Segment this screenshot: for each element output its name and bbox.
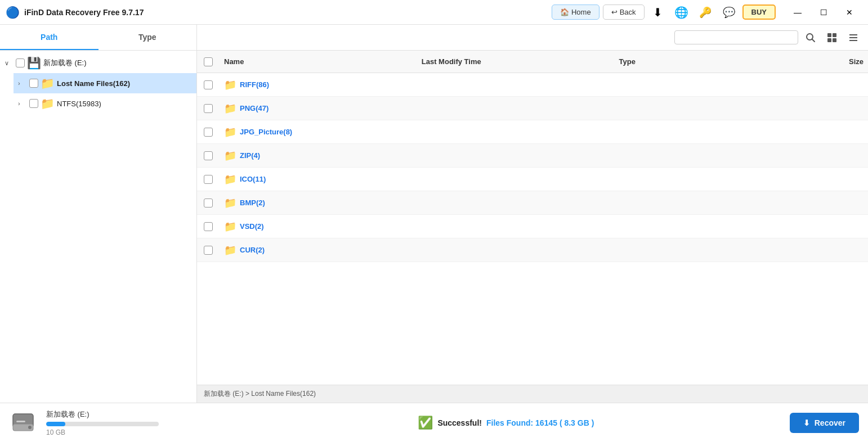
drive-expand-icon[interactable]: ∨ [5,60,14,67]
table-row[interactable]: 📁 BMP(2) [197,191,868,215]
file-name: ZIP(4) [240,151,260,160]
table-row[interactable]: 📁 ZIP(4) [197,144,868,168]
tree-lost-files-item[interactable]: › 📁 Lost Name Files(162) [14,73,196,93]
row-check-col [197,222,220,231]
file-name: ICO(11) [240,175,266,183]
svg-rect-12 [16,421,25,422]
header-check-col [197,57,220,66]
row-checkbox[interactable] [204,104,213,113]
table-header: Name Last Modify Time Type Size [197,51,868,73]
app-logo: 🔵 [6,6,20,19]
ntfs-folder-icon: 📁 [41,97,55,110]
close-button[interactable]: ✕ [836,3,862,21]
lost-checkbox[interactable] [29,79,38,88]
sidebar: Path Type ∨ 💾 新加载卷 (E:) › 📁 Lost Name Fi… [0,25,197,403]
hamburger-icon [848,33,858,43]
row-check-col [197,246,220,255]
file-name: VSD(2) [240,222,264,231]
drive-checkbox[interactable] [16,58,25,67]
back-button[interactable]: ↩ Back [603,4,645,20]
globe-icon-button[interactable]: 🌐 [672,2,692,22]
folder-icon: 📁 [224,197,236,209]
header-time-col: Last Modify Time [417,57,615,66]
folder-icon: 📁 [224,79,236,91]
row-check-col [197,80,220,89]
header-checkbox[interactable] [204,57,213,66]
row-check-col [197,104,220,113]
hard-drive-icon [11,413,35,433]
row-checkbox[interactable] [204,199,213,208]
recover-icon: ⬇ [803,418,810,427]
nav-buttons: 🏠 Home ↩ Back ⬇ 🌐 🔑 💬 BUY [552,2,776,22]
row-check-col [197,175,220,184]
file-name: RIFF(86) [240,80,269,89]
sidebar-tabs: Path Type [0,25,196,51]
ntfs-expand-icon[interactable]: › [18,100,27,107]
row-checkbox[interactable] [204,80,213,89]
row-name-col: 📁 PNG(47) [220,102,417,115]
row-checkbox[interactable] [204,151,213,160]
row-name-col: 📁 JPG_Picture(8) [220,126,417,138]
table-row[interactable]: 📁 PNG(47) [197,97,868,120]
back-icon: ↩ [611,8,618,16]
row-checkbox[interactable] [204,128,213,137]
minimize-button[interactable]: — [785,3,811,21]
file-name: BMP(2) [240,199,265,207]
file-table: Name Last Modify Time Type Size 📁 RIFF(8… [197,51,868,385]
folder-icon: 📁 [224,220,236,233]
folder-icon: 📁 [224,173,236,186]
header-type-col: Type [615,57,765,66]
tab-path[interactable]: Path [0,25,99,50]
menu-button[interactable] [844,29,862,47]
maximize-button[interactable]: ☐ [811,3,836,21]
row-checkbox[interactable] [204,175,213,184]
chat-icon-button[interactable]: 💬 [719,2,739,22]
home-button[interactable]: 🏠 Home [552,4,599,20]
header-size-col: Size [765,57,868,66]
svg-rect-5 [833,38,836,42]
file-name: JPG_Picture(8) [240,128,292,136]
lost-expand-icon[interactable]: › [18,80,27,87]
drive-icon-area [9,413,37,433]
drive-info-label: 新加载卷 (E:) [46,409,409,420]
row-name-col: 📁 VSD(2) [220,220,417,233]
key-icon-button[interactable]: 🔑 [695,2,715,22]
search-input[interactable] [674,30,798,44]
row-name-col: 📁 BMP(2) [220,197,417,209]
svg-line-1 [812,39,815,42]
row-name-col: 📁 ZIP(4) [220,150,417,162]
tree-ntfs-item[interactable]: › 📁 NTFS(15983) [14,93,196,114]
home-icon: 🏠 [560,8,569,16]
window-controls: — ☐ ✕ [785,3,862,21]
table-row[interactable]: 📁 RIFF(86) [197,73,868,97]
ntfs-checkbox[interactable] [29,99,38,108]
recover-button[interactable]: ⬇ Recover [790,413,859,433]
folder-icon: 📁 [224,126,236,138]
drive-progress-bar [46,422,159,426]
breadcrumb-text: 新加载卷 (E:) > Lost Name Files(162) [204,389,316,399]
folder-icon: 📁 [224,150,236,162]
table-row[interactable]: 📁 VSD(2) [197,215,868,238]
chat-icon: 💬 [723,6,735,19]
status-right: ✅ Successful! Files Found: 16145 ( 8.3 G… [418,416,780,430]
table-row[interactable]: 📁 CUR(2) [197,238,868,262]
table-row[interactable]: 📁 JPG_Picture(8) [197,120,868,144]
grid-view-button[interactable] [823,29,841,47]
row-checkbox[interactable] [204,246,213,255]
folder-icon: 📁 [224,244,236,256]
tab-type[interactable]: Type [99,25,197,50]
app-title: iFinD Data Recovery Free 9.7.17 [24,8,547,17]
tree-drive-item[interactable]: ∨ 💾 新加载卷 (E:) [0,53,196,73]
table-row[interactable]: 📁 ICO(11) [197,168,868,191]
files-found-label: Files Found: 16145 ( 8.3 GB ) [486,418,594,427]
toolbar-area [197,25,868,51]
buy-button[interactable]: BUY [742,4,776,20]
search-button[interactable] [802,29,820,47]
file-rows-container: 📁 RIFF(86) 📁 PNG(47) 📁 JPG_Pict [197,73,868,262]
row-check-col [197,151,220,160]
grid-icon [827,33,837,43]
row-check-col [197,199,220,208]
download-icon-button[interactable]: ⬇ [648,2,668,22]
drive-info: 新加载卷 (E:) 10 GB [46,409,409,436]
row-checkbox[interactable] [204,222,213,231]
